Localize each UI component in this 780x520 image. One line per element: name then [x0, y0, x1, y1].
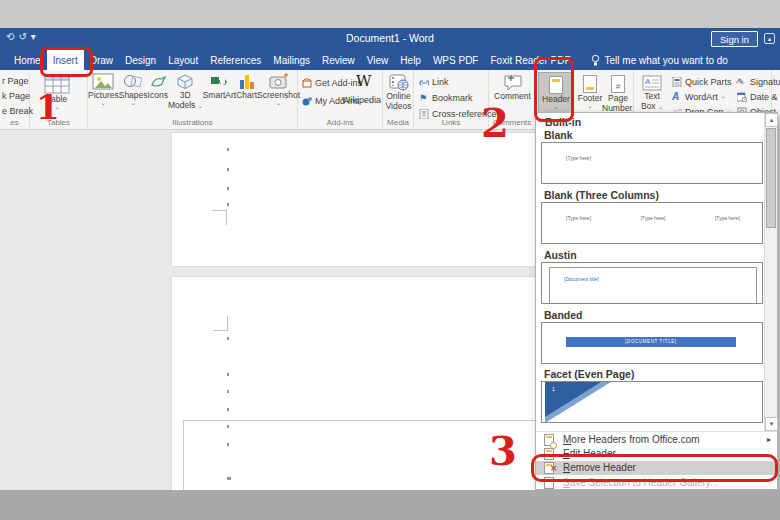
chevron-down-icon: ⌄ [658, 104, 663, 110]
gallery-item-blank[interactable]: [Type here] [541, 142, 763, 184]
annotation-box-insert [40, 47, 93, 77]
signature-pen-icon: ✎ [737, 77, 747, 87]
paragraph-mark [227, 187, 229, 190]
header-button[interactable]: Header ⌄ [538, 72, 574, 124]
wordart-icon: A [672, 92, 682, 102]
chevron-down-icon: ⌄ [587, 104, 592, 109]
gallery-item-austin[interactable]: [Document title] [541, 262, 763, 304]
banded-title-band: [DOCUMENT TITLE] [566, 337, 736, 347]
chevron-down-icon: ⌄ [276, 101, 281, 106]
lightbulb-icon [591, 54, 600, 67]
group-media: Online Videos Media [383, 70, 414, 128]
smartart-icon [209, 73, 229, 90]
icons-button[interactable]: Icons [148, 73, 168, 100]
screenshot-button[interactable]: Screenshot ⌄ [257, 73, 300, 106]
paragraph-mark [227, 408, 229, 411]
gallery-item-blank-three-columns[interactable]: [Type here] [Type here] [Type here] [541, 202, 763, 244]
chart-button[interactable]: Chart [236, 73, 257, 100]
group-links: Link ⚑ Bookmark Cross-reference Links [414, 70, 489, 128]
chevron-down-icon: ⌄ [721, 94, 726, 99]
text-box-icon: A [642, 75, 662, 91]
scrollbar-thumb[interactable] [766, 128, 776, 228]
annotation-box-remove-header [531, 454, 778, 482]
text-box-button[interactable]: A Text Box ⌄ [636, 72, 668, 111]
gallery-item-facet-even-page[interactable]: 1 [541, 381, 763, 423]
link-button[interactable]: Link [419, 74, 449, 89]
link-icon [419, 77, 429, 87]
group-addins: Get Add-ins My Add-ins ⌄ W Wikipedia Add… [298, 70, 383, 128]
quick-parts-button[interactable]: Quick Parts⌄ [672, 74, 740, 89]
icons-bird-icon [148, 73, 168, 90]
tell-me-box[interactable]: Tell me what you want to do [591, 54, 728, 67]
camera-icon [269, 73, 289, 90]
gallery-item-banded[interactable]: [DOCUMENT TITLE] [541, 322, 763, 364]
calendar-clock-icon [737, 92, 747, 102]
cut-off-group: ⌄ [774, 78, 779, 83]
shapes-icon [123, 73, 143, 90]
footer-button[interactable]: Footer ⌄ [576, 72, 604, 109]
pictures-button[interactable]: Pictures ⌄ [88, 73, 119, 106]
gallery-label-banded: Banded [544, 309, 583, 321]
ribbon-options-icon[interactable]: ▴ [764, 33, 775, 44]
annotation-step-2: 2 [481, 103, 509, 143]
paragraph-mark [227, 373, 229, 376]
tab-help[interactable]: Help [394, 50, 427, 70]
tab-references[interactable]: References [204, 50, 267, 70]
austin-frame: [Document title] [549, 267, 757, 304]
wikipedia-button[interactable]: Wikipedia [342, 95, 381, 105]
paragraph-mark [227, 337, 229, 340]
smartart-button[interactable]: SmartArt [203, 73, 237, 100]
blank-page-button[interactable]: k Page [2, 91, 30, 101]
paragraph-mark [227, 203, 229, 206]
cross-reference-icon [419, 109, 429, 119]
paragraph-mark [227, 390, 229, 393]
tab-design[interactable]: Design [119, 50, 162, 70]
wordart-button[interactable]: A WordArt⌄ [672, 89, 726, 104]
tab-wps-pdf[interactable]: WPS PDF [427, 50, 485, 70]
tab-view[interactable]: View [361, 50, 395, 70]
menu-separator [536, 431, 777, 432]
comment-icon [503, 74, 523, 91]
group-label-addins: Add-ins [298, 118, 382, 127]
desktop-strip [0, 0, 780, 28]
annotation-box-header [534, 57, 574, 122]
scroll-down-icon[interactable]: ▼ [765, 417, 778, 431]
paragraph-mark [227, 168, 229, 171]
date-time-button[interactable]: Date & Time [737, 89, 780, 104]
chevron-down-icon: ⌄ [131, 101, 136, 106]
menu-item-more-headers[interactable]: More Headers from Office.com ▸ [536, 433, 777, 447]
3d-models-button[interactable]: 3D Models ⌄ [168, 73, 203, 110]
tab-insert[interactable]: Insert [47, 50, 84, 70]
get-addins-button[interactable]: Get Add-ins [302, 75, 362, 90]
online-videos-icon [389, 74, 409, 91]
cover-page-button[interactable]: r Page [2, 76, 29, 86]
sign-in-button[interactable]: Sign in [711, 31, 758, 47]
comment-button[interactable]: Comment [493, 74, 532, 101]
tab-mailings[interactable]: Mailings [267, 50, 316, 70]
shapes-button[interactable]: Shapes ⌄ [119, 73, 148, 106]
group-illustrations: Pictures ⌄ Shapes ⌄ Icons [88, 70, 298, 128]
gallery-label-austin: Austin [544, 249, 577, 261]
header-dropdown-menu: Built-in Blank [Type here] Blank (Three … [535, 112, 778, 490]
page-break-button[interactable]: e Break [2, 106, 33, 116]
bottom-strip [0, 490, 780, 520]
bookmark-flag-icon: ⚑ [419, 93, 429, 103]
group-label-illustrations: Illustrations [88, 118, 297, 127]
online-videos-button[interactable]: Online Videos [385, 74, 412, 111]
tab-review[interactable]: Review [316, 50, 361, 70]
store-icon [302, 78, 312, 88]
pictures-icon [92, 73, 114, 90]
gallery-label-blank-three-columns: Blank (Three Columns) [544, 189, 659, 201]
more-headers-icon [544, 434, 554, 446]
puzzle-icon [302, 96, 312, 106]
tab-layout[interactable]: Layout [162, 50, 204, 70]
wikipedia-icon[interactable]: W [356, 72, 371, 90]
scroll-up-icon[interactable]: ▲ [765, 113, 778, 127]
bookmark-button[interactable]: ⚑ Bookmark [419, 90, 473, 105]
ribbon-tab-row: Home Insert Draw Design Layout Reference… [0, 50, 780, 70]
title-bar: ⟲↺▾ Document1 - Word Sign in ▴ [0, 28, 780, 50]
gallery-scrollbar[interactable]: ▲ ▼ [764, 113, 777, 431]
word-window: ⟲↺▾ Document1 - Word Sign in ▴ Home Inse… [0, 0, 780, 520]
svg-text:A: A [645, 77, 651, 86]
group-label-links: Links [414, 118, 488, 127]
